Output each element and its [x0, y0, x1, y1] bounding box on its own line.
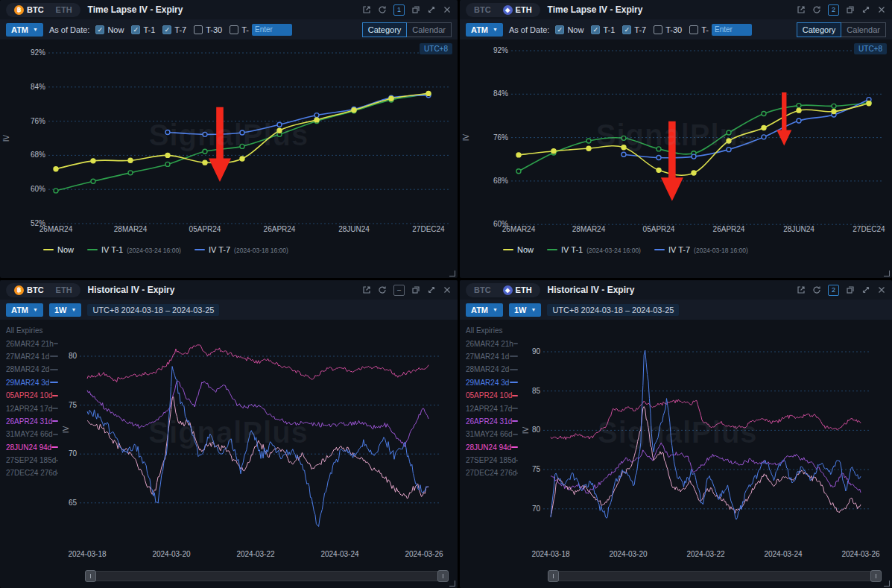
open-in-new-icon[interactable] — [797, 285, 806, 294]
expiry-item-12APR24[interactable]: 12APR24 17d — [0, 402, 63, 414]
close-icon[interactable] — [443, 5, 452, 14]
expiry-item-31MAY24[interactable]: 31MAY24 66d — [0, 428, 63, 440]
timelapse-chart-eth[interactable]: 92%84%76%68%60%IV26MAR2428MAR2405APR2426… — [460, 39, 892, 242]
expiry-item-27SEP24[interactable]: 27SEP24 185d — [460, 454, 522, 467]
t-custom-input[interactable] — [252, 24, 292, 36]
time-range-slider[interactable] — [548, 571, 882, 581]
legend-item[interactable]: IV T-1(2024-03-24 16:00) — [87, 245, 181, 254]
checkbox-icon[interactable]: ✓ — [555, 25, 564, 34]
expiry-item-05APR24[interactable]: 05APR24 10d — [460, 389, 522, 402]
asof-checkbox-t-7[interactable]: ✓T-7 — [162, 25, 186, 34]
historical-chart-btc[interactable]: 80757065IV2024-03-182024-03-202024-03-22… — [63, 320, 458, 567]
checkbox-icon[interactable]: ✓ — [95, 25, 104, 34]
strike-select[interactable]: ATM▼ — [466, 23, 503, 37]
coin-eth[interactable]: ETH — [51, 4, 78, 15]
expiry-item-05APR24[interactable]: 05APR24 10d — [0, 389, 63, 402]
coin-eth[interactable]: ◆ETH — [498, 4, 537, 16]
expiry-item-29MAR24[interactable]: 29MAR24 3d — [0, 376, 63, 389]
expiry-item-28JUN24[interactable]: 28JUN24 94d — [460, 441, 522, 454]
checkbox-icon[interactable] — [689, 25, 698, 34]
checkbox-icon[interactable]: ✓ — [591, 25, 600, 34]
asof-checkbox-t-30[interactable]: T-30 — [654, 25, 682, 34]
close-icon[interactable] — [877, 5, 886, 14]
asof-checkbox-t-1[interactable]: ✓T-1 — [131, 25, 155, 34]
close-icon[interactable] — [877, 285, 886, 294]
expand-icon[interactable] — [427, 5, 436, 14]
expand-icon[interactable] — [427, 285, 436, 294]
expiry-item-26APR24[interactable]: 26APR24 31d — [0, 415, 63, 428]
resize-corner-icon[interactable] — [449, 581, 455, 587]
resize-corner-icon[interactable] — [884, 581, 890, 587]
expiry-item-29MAR24[interactable]: 29MAR24 3d — [460, 376, 522, 389]
asof-checkbox-t-1[interactable]: ✓T-1 — [591, 25, 615, 34]
expand-icon[interactable] — [861, 285, 870, 294]
refresh-icon[interactable] — [812, 5, 821, 14]
expand-icon[interactable] — [861, 5, 870, 14]
checkbox-icon[interactable] — [230, 25, 238, 34]
refresh-icon[interactable] — [378, 285, 387, 294]
expiry-item-28JUN24[interactable]: 28JUN24 94d — [0, 441, 63, 454]
view-tab-calendar[interactable]: Calendar — [841, 22, 886, 37]
coin-toggle[interactable]: ฿BTC ETH — [6, 283, 80, 297]
checkbox-icon[interactable]: ✓ — [131, 25, 140, 34]
period-select[interactable]: 1W▼ — [49, 303, 81, 317]
expiry-item-26MAR24[interactable]: 26MAR24 21h — [460, 337, 522, 350]
close-icon[interactable] — [443, 285, 452, 294]
period-select[interactable]: 1W▼ — [509, 303, 541, 317]
expiry-item-27DEC24[interactable]: 27DEC24 276d — [0, 467, 63, 479]
open-in-new-icon[interactable] — [797, 5, 806, 14]
asof-checkbox-t-30[interactable]: T-30 — [194, 25, 222, 34]
coin-btc[interactable]: ฿BTC — [9, 285, 49, 296]
coin-toggle[interactable]: ฿BTC ETH — [6, 3, 80, 17]
resize-corner-icon[interactable] — [884, 271, 890, 276]
open-in-new-icon[interactable] — [362, 5, 371, 14]
checkbox-icon[interactable]: ✓ — [622, 25, 631, 34]
expiry-item-31MAY24[interactable]: 31MAY24 66d — [460, 428, 522, 440]
asof-checkbox-t-[interactable]: T- — [230, 25, 249, 34]
view-tab-category[interactable]: Category — [797, 22, 842, 37]
expiry-item-12APR24[interactable]: 12APR24 17d — [460, 402, 522, 414]
checkbox-icon[interactable]: ✓ — [162, 25, 171, 34]
restore-icon[interactable] — [411, 285, 420, 294]
refresh-icon[interactable] — [378, 5, 387, 14]
t-custom-input[interactable] — [712, 24, 752, 36]
expiry-item-27SEP24[interactable]: 27SEP24 185d — [0, 454, 63, 467]
restore-icon[interactable] — [411, 5, 420, 14]
asof-checkbox-now[interactable]: ✓Now — [95, 25, 124, 34]
view-tab-category[interactable]: Category — [362, 22, 408, 37]
timelapse-chart-btc[interactable]: 92%84%76%68%60%52%IV26MAR2428MAR2405APR2… — [0, 39, 458, 242]
expiry-item-26MAR24[interactable]: 26MAR24 21h — [0, 337, 63, 350]
legend-item[interactable]: IV T-7(2024-03-18 16:00) — [654, 245, 748, 254]
coin-toggle[interactable]: BTC ◆ETH — [466, 283, 540, 297]
time-range-slider[interactable] — [85, 571, 449, 581]
coin-eth[interactable]: ETH — [51, 285, 78, 295]
open-in-new-icon[interactable] — [362, 285, 371, 294]
checkbox-icon[interactable] — [194, 25, 203, 34]
expiry-item-28MAR24[interactable]: 28MAR24 2d — [0, 363, 63, 376]
expiry-item-27DEC24[interactable]: 27DEC24 276d — [460, 467, 522, 479]
asof-checkbox-t-[interactable]: T- — [689, 25, 709, 34]
slider-handle-left[interactable] — [85, 570, 96, 582]
strike-select[interactable]: ATM▼ — [6, 23, 43, 37]
historical-chart-eth[interactable]: 9085807570IV2024-03-182024-03-202024-03-… — [522, 320, 892, 567]
expiry-item-26APR24[interactable]: 26APR24 31d — [460, 415, 522, 428]
legend-item[interactable]: IV T-1(2024-03-24 16:00) — [547, 245, 641, 254]
coin-toggle[interactable]: BTC ◆ETH — [466, 3, 540, 17]
resize-corner-icon[interactable] — [449, 271, 455, 276]
restore-icon[interactable] — [846, 5, 855, 14]
slider-handle-left[interactable] — [548, 570, 559, 582]
legend-item[interactable]: Now — [503, 245, 534, 254]
coin-eth[interactable]: ◆ETH — [498, 285, 537, 296]
slider-handle-right[interactable] — [870, 570, 882, 582]
restore-icon[interactable] — [846, 285, 855, 294]
expiry-item-28MAR24[interactable]: 28MAR24 2d — [460, 363, 522, 376]
asof-checkbox-now[interactable]: ✓Now — [555, 25, 583, 34]
refresh-icon[interactable] — [812, 285, 821, 294]
view-tab-calendar[interactable]: Calendar — [406, 22, 452, 37]
asof-checkbox-t-7[interactable]: ✓T-7 — [622, 25, 646, 34]
strike-select[interactable]: ATM▼ — [6, 303, 43, 317]
legend-item[interactable]: IV T-7(2024-03-18 16:00) — [194, 245, 288, 254]
strike-select[interactable]: ATM▼ — [466, 303, 503, 317]
coin-btc[interactable]: BTC — [469, 285, 496, 295]
expiry-item-27MAR24[interactable]: 27MAR24 1d — [460, 350, 522, 363]
